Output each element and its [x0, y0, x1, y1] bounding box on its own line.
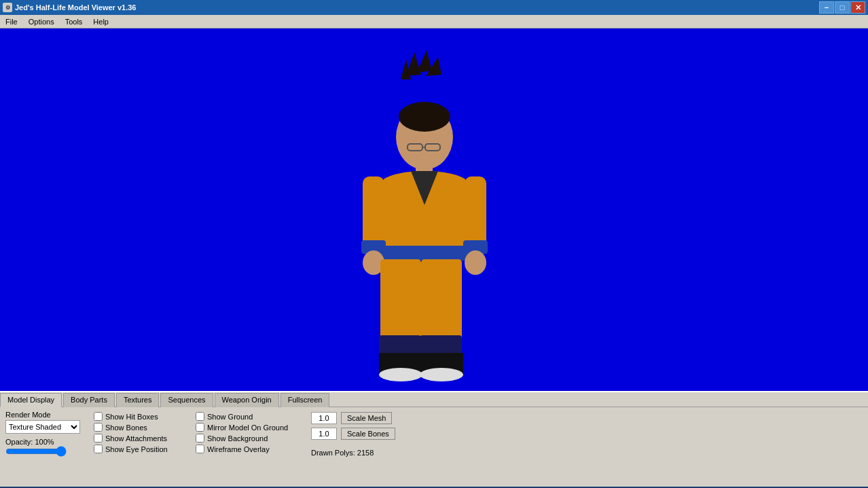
- show-eye-position-label: Show Eye Position: [105, 445, 168, 453]
- mirror-model-checkbox[interactable]: [196, 423, 204, 432]
- show-hit-boxes-checkbox[interactable]: [94, 412, 103, 421]
- svg-rect-14: [465, 176, 486, 251]
- wireframe-overlay-label: Wireframe Overlay: [207, 445, 270, 453]
- svg-point-21: [379, 368, 422, 381]
- tab-fullscreen[interactable]: Fullscreen: [281, 393, 330, 407]
- mirror-model-row: Mirror Model On Ground: [196, 423, 304, 432]
- scale-bones-row: Scale Bones: [311, 428, 863, 440]
- opacity-slider[interactable]: [5, 447, 67, 455]
- scale-column: Scale Mesh Scale Bones Drawn Polys: 2158: [311, 411, 863, 485]
- show-background-checkbox[interactable]: [196, 434, 204, 443]
- wireframe-overlay-checkbox[interactable]: [196, 445, 204, 453]
- show-bones-row: Show Bones: [94, 423, 189, 432]
- checkboxes-col2: Show Ground Mirror Model On Ground Show …: [196, 411, 304, 485]
- show-background-label: Show Background: [207, 434, 268, 443]
- show-background-row: Show Background: [196, 434, 304, 443]
- show-attachments-checkbox[interactable]: [94, 434, 103, 443]
- menu-tools[interactable]: Tools: [60, 16, 88, 27]
- titlebar-buttons: − □ ✕: [819, 1, 865, 14]
- minimize-button[interactable]: −: [819, 1, 834, 14]
- show-bones-label: Show Bones: [105, 424, 147, 432]
- tab-sequences[interactable]: Sequences: [160, 393, 213, 407]
- show-eye-position-row: Show Eye Position: [94, 445, 189, 453]
- svg-point-22: [420, 368, 463, 381]
- show-ground-label: Show Ground: [207, 413, 253, 421]
- scale-mesh-row: Scale Mesh: [311, 412, 863, 424]
- titlebar-title: Jed's Half-Life Model Viewer v1.36: [15, 3, 136, 12]
- close-button[interactable]: ✕: [850, 1, 865, 14]
- scale-bones-input[interactable]: [311, 428, 337, 440]
- show-attachments-row: Show Attachments: [94, 434, 189, 443]
- show-eye-position-checkbox[interactable]: [94, 445, 103, 453]
- opacity-slider-container: [5, 447, 87, 455]
- scale-mesh-input[interactable]: [311, 412, 337, 424]
- show-bones-checkbox[interactable]: [94, 423, 103, 432]
- checkboxes-col1: Show Hit Boxes Show Bones Show Attachmen…: [94, 411, 189, 485]
- menu-options[interactable]: Options: [23, 16, 60, 27]
- svg-rect-19: [379, 335, 421, 356]
- render-mode-label: Render Mode: [5, 411, 87, 419]
- menubar: File Options Tools Help: [0, 15, 868, 29]
- maximize-button[interactable]: □: [835, 1, 850, 14]
- wireframe-overlay-row: Wireframe Overlay: [196, 445, 304, 453]
- titlebar-left: ⚙ Jed's Half-Life Model Viewer v1.36: [3, 3, 136, 12]
- app-icon: ⚙: [3, 3, 12, 12]
- svg-rect-10: [380, 246, 475, 261]
- menu-file[interactable]: File: [0, 16, 23, 27]
- show-hit-boxes-row: Show Hit Boxes: [94, 412, 189, 421]
- mirror-model-label: Mirror Model On Ground: [207, 424, 288, 432]
- controls: Render Mode Texture Shaded Wireframe Fla…: [0, 407, 868, 488]
- svg-rect-20: [420, 335, 462, 356]
- tabs: Model Display Body Parts Textures Sequen…: [0, 392, 868, 407]
- tab-body-parts[interactable]: Body Parts: [63, 393, 115, 407]
- render-mode-select[interactable]: Texture Shaded Wireframe Flat Shaded Smo…: [5, 420, 80, 434]
- scale-bones-button[interactable]: Scale Bones: [341, 428, 395, 440]
- svg-point-5: [399, 102, 450, 132]
- render-mode-column: Render Mode Texture Shaded Wireframe Fla…: [5, 411, 87, 485]
- bottom-panel: Model Display Body Parts Textures Sequen…: [0, 391, 868, 487]
- svg-marker-2: [417, 50, 432, 73]
- scale-mesh-button[interactable]: Scale Mesh: [341, 412, 392, 424]
- viewport[interactable]: [0, 29, 868, 391]
- svg-rect-11: [363, 176, 384, 251]
- svg-marker-1: [406, 52, 421, 76]
- show-hit-boxes-label: Show Hit Boxes: [105, 413, 158, 421]
- show-ground-checkbox[interactable]: [196, 412, 204, 421]
- tab-model-display[interactable]: Model Display: [0, 393, 62, 407]
- show-attachments-label: Show Attachments: [105, 434, 167, 443]
- show-ground-row: Show Ground: [196, 412, 304, 421]
- svg-point-16: [465, 250, 486, 275]
- tab-textures[interactable]: Textures: [116, 393, 160, 407]
- drawn-polys: Drawn Polys: 2158: [311, 449, 863, 457]
- menu-help[interactable]: Help: [88, 16, 114, 27]
- model-view: [0, 29, 868, 391]
- titlebar: ⚙ Jed's Half-Life Model Viewer v1.36 − □…: [0, 0, 868, 15]
- tab-weapon-origin[interactable]: Weapon Origin: [215, 393, 279, 407]
- opacity-label: Opacity: 100%: [5, 438, 87, 446]
